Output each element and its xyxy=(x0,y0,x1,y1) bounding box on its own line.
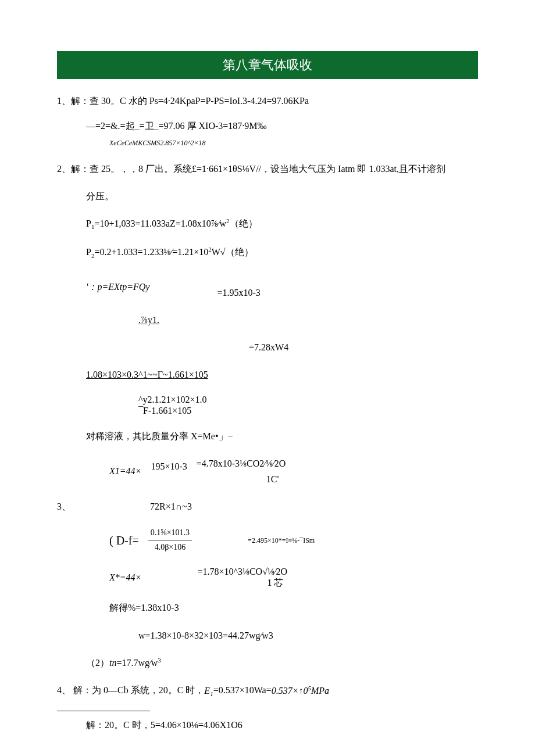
prob3-Xstar: X*=44× =1.78×10^3⅛CO√⅛⁄2O 1 芯 xyxy=(57,566,478,588)
prob2-X1: X1=44× 195×10-3 =4.78x10-3⅛CO2⁄⅛⁄2O 1C' xyxy=(57,456,478,487)
chapter-banner: 第八章气体吸收 xyxy=(57,51,478,79)
prob3-line2: ( D-f= 0.1⅝×101.3 4.0β×106 =2.495×10*=I≡… xyxy=(57,526,478,554)
footnote-rule xyxy=(57,711,150,711)
prob2-frac-num: 1.08×103×0.3^1~~Γ~1.661×105 xyxy=(57,367,478,382)
prob1-line3: XeCeCeMKCSMS2.857×10^2×18 xyxy=(57,137,478,149)
prob2-line3: P2=0.2+1.033=1.233⅛⁄=1.21×102W√（绝） xyxy=(57,244,478,261)
X1-right: =4.78x10-3⅛CO2⁄⅛⁄2O 1C' xyxy=(197,456,286,487)
X1-left: X1=44× xyxy=(109,463,141,479)
Xstar-left: X*=44× xyxy=(109,572,141,583)
Df-den: 4.0β×106 xyxy=(148,540,192,554)
prob3-solve: 解得%=1.38x10-3 xyxy=(57,600,478,615)
prob2-y1-r: =7.28xW4 xyxy=(57,339,478,355)
prob1-line2: —=2=&.=起_=卫_=97.06 厚 XIO-3=187·9M‰ xyxy=(57,120,478,131)
prob2-F: ¯F-1.661×105 xyxy=(57,405,478,416)
p2b-text: =10+1,033=11.033aZ=1.08x10⅞⁄w2（绝） xyxy=(94,218,257,228)
prob2-line2: P1=10+1,033=11.033aZ=1.08x10⅞⁄w2（绝） xyxy=(57,216,478,232)
prob4-line1: 4、 解：为 0—Cb 系统，20。C 时，E1=0.537×10Wa=0.53… xyxy=(57,682,478,699)
Xstar-right-bot: 1 芯 xyxy=(197,578,283,587)
Xstar-right-top: =1.78×10^3⅛CO√⅛⁄2O xyxy=(197,567,287,576)
prob3-num: 3、 xyxy=(57,499,71,514)
prob1-line1: 1、解：查 30。C 水的 Ps=4·24KpaP=P-PS=IoI.3-4.2… xyxy=(57,93,478,109)
prob2-eq-right: =1.95x10-3 xyxy=(217,285,260,300)
prob3-expr: 72R×1∩~3 xyxy=(150,499,192,514)
Xstar-right: =1.78×10^3⅛CO√⅛⁄2O 1 芯 xyxy=(197,566,287,588)
prob2-dilute: 对稀溶液，其比质量分率 X=Me•」− xyxy=(57,428,478,444)
prob2-y1: .⅞y1. xyxy=(57,312,478,328)
Df-right: =2.495×10*=I≡⅛-¯ISm xyxy=(248,535,315,546)
prob4-line2: 解：20。C 时，5=4.06×10⅛=4.06X1O6 xyxy=(57,717,478,733)
prob3-line1: 3、 72R×1∩~3 xyxy=(57,499,478,514)
prob2-y2: ^y2.1.21×102×1.0 xyxy=(57,394,478,405)
X1-right-top: =4.78x10-3⅛CO2⁄⅛⁄2O xyxy=(197,458,286,468)
prob2-line1a: 分压。 xyxy=(57,188,478,204)
prob3-w: w=1.38×10-8×32×103=44.27wg⁄w3 xyxy=(57,628,478,643)
prob3-part2: （2）tn=17.7wg⁄w3 xyxy=(57,655,478,671)
prob2-line1: 2、解：查 25。，，8 厂出。系统£=1·661×1θS⅛V//，设当地大气压… xyxy=(57,161,478,177)
prob2-eq-left: '：p=EXtp=FQy xyxy=(86,279,149,295)
X1-mid: 195×10-3 xyxy=(151,458,187,474)
y1-underline: .⅞y1. xyxy=(138,315,159,325)
X1-right-bot: 1C' xyxy=(197,474,279,484)
Df-num: 0.1⅝×101.3 xyxy=(148,526,192,540)
p1-label: P1 xyxy=(86,218,94,228)
Df-left: ( D-f= xyxy=(109,531,139,550)
prob2-line4: '：p=EXtp=FQy =1.95x10-3 xyxy=(57,273,478,300)
Df-frac: 0.1⅝×101.3 4.0β×106 xyxy=(148,526,192,554)
